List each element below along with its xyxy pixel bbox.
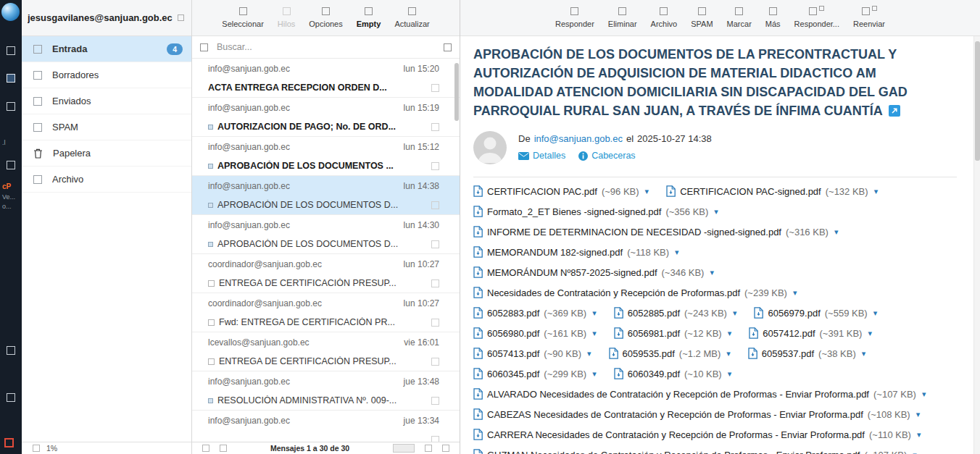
message-checkbox[interactable] xyxy=(431,436,439,442)
attachment-caret-icon[interactable]: ▾ xyxy=(873,308,878,318)
message-checkbox[interactable] xyxy=(431,319,439,327)
rail-nav-icon-4[interactable] xyxy=(7,161,15,169)
toolbar-button-opciones[interactable]: Opciones xyxy=(309,7,342,28)
toolbar-button-hilos[interactable]: Hilos xyxy=(278,7,295,28)
attachment-chip[interactable]: 6052885.pdf (~243 KB) ▾ xyxy=(614,307,737,319)
attachment-caret-icon[interactable]: ▾ xyxy=(592,308,597,318)
folder-item-papelera[interactable]: Papelera xyxy=(22,140,191,167)
attachment-caret-icon[interactable]: ▾ xyxy=(916,410,921,419)
search-options-icon[interactable] xyxy=(444,43,452,51)
attachment-caret-icon[interactable]: ▾ xyxy=(868,329,872,338)
attachment-chip[interactable]: CARRERA Necesidades de Contratación y Re… xyxy=(473,429,921,440)
rail-nav-icon-3[interactable] xyxy=(7,102,15,111)
folder-item-archivo[interactable]: Archivo xyxy=(22,167,191,193)
attachment-chip[interactable]: 6056979.pdf (~559 KB) ▾ xyxy=(754,307,877,319)
attachment-caret-icon[interactable]: ▾ xyxy=(733,308,737,318)
attachment-chip[interactable]: 6057413.pdf (~90 KB) ▾ xyxy=(473,348,591,359)
message-row[interactable]: info@sanjuan.gob.ec jue 13:34 xyxy=(192,411,460,442)
attachment-chip[interactable]: 6052883.pdf (~369 KB) ▾ xyxy=(473,307,597,319)
attachment-chip[interactable]: ALVARADO Necesidades de Contratación y R… xyxy=(473,388,926,400)
attachment-caret-icon[interactable]: ▾ xyxy=(710,268,714,277)
footer-nav-icon-1[interactable] xyxy=(202,445,209,452)
toolbar-button-marcar[interactable]: Marcar xyxy=(727,7,752,28)
message-row[interactable]: info@sanjuan.gob.ec jue 13:48 RESOLUCIÓN… xyxy=(192,371,460,411)
attachment-caret-icon[interactable]: ▾ xyxy=(874,187,879,196)
message-row[interactable]: info@sanjuan.gob.ec lun 15:12 APROBACIÓN… xyxy=(192,137,460,176)
attachment-caret-icon[interactable]: ▾ xyxy=(726,349,731,358)
attachment-caret-icon[interactable]: ▾ xyxy=(834,227,839,237)
attachment-chip[interactable]: 6059537.pdf (~38 KB) ▾ xyxy=(748,348,866,359)
message-row[interactable]: lcevallos@sanjuan.gob.ec vie 16:01 ENTRE… xyxy=(192,332,460,371)
select-all-checkbox[interactable] xyxy=(200,43,208,51)
headers-link[interactable]: Cabeceras xyxy=(578,151,635,161)
message-checkbox[interactable] xyxy=(431,279,439,287)
account-header[interactable]: jesusgavilanes@sanjuan.gob.ec xyxy=(22,0,191,36)
search-input[interactable] xyxy=(215,41,436,53)
attachment-chip[interactable]: 6056980.pdf (~161 KB) ▾ xyxy=(473,327,597,339)
message-checkbox[interactable] xyxy=(431,84,439,92)
attachment-caret-icon[interactable]: ▾ xyxy=(917,430,921,440)
attachment-caret-icon[interactable]: ▾ xyxy=(793,288,797,298)
toolbar-button-archivo[interactable]: Archivo xyxy=(651,7,678,28)
toolbar-button-responder[interactable]: Responder xyxy=(555,7,594,28)
rail-nav-icon-2[interactable] xyxy=(7,74,15,83)
footer-nav-icon-2[interactable] xyxy=(220,445,227,452)
toolbar-button-reenviar[interactable]: Reenviar xyxy=(853,7,885,28)
attachment-chip[interactable]: 6057412.pdf (~391 KB) ▾ xyxy=(749,327,872,339)
attachment-chip[interactable]: CABEZAS Necesidades de Contratación y Re… xyxy=(473,408,920,420)
rail-nav-icon-7[interactable] xyxy=(4,438,14,447)
attachment-caret-icon[interactable]: ▾ xyxy=(728,369,732,379)
attachment-chip[interactable]: Formato_2_ET Bienes -signed-signed.pdf (… xyxy=(473,206,718,217)
list-scrollbar-thumb[interactable] xyxy=(454,63,459,121)
attachment-caret-icon[interactable]: ▾ xyxy=(592,369,597,379)
toolbar-button-seleccionar[interactable]: Seleccionar xyxy=(222,7,263,28)
folder-item-enviados[interactable]: Enviados xyxy=(22,88,191,114)
message-checkbox[interactable] xyxy=(431,201,439,209)
attachment-chip[interactable]: 6060349.pdf (~10 KB) ▾ xyxy=(614,368,732,379)
message-row[interactable]: coordinador@sanjuan.gob.ec lun 10:27 ENT… xyxy=(192,254,460,293)
toolbar-button-m-s[interactable]: Más xyxy=(765,7,781,28)
attachment-chip[interactable]: 6060345.pdf (~299 KB) ▾ xyxy=(473,368,597,379)
rail-nav-icon-1[interactable] xyxy=(7,46,15,55)
attachment-chip[interactable]: 6059535.pdf (~1.2 MB) ▾ xyxy=(609,348,731,359)
message-row[interactable]: info@sanjuan.gob.ec lun 14:30 APROBACIÓN… xyxy=(192,215,460,254)
attachment-chip[interactable]: MEMORANDUM 182-signed.pdf (~118 KB) ▾ xyxy=(473,246,679,258)
attachment-chip[interactable]: INFORME DE DETERMINACION DE NECESIDAD -s… xyxy=(473,226,838,237)
attachment-caret-icon[interactable]: ▾ xyxy=(714,207,718,217)
sender-email-link[interactable]: info@sanjuan.gob.ec xyxy=(534,133,623,144)
attachment-chip[interactable]: 6056981.pdf (~12 KB) ▾ xyxy=(614,327,732,339)
attachment-caret-icon[interactable]: ▾ xyxy=(913,450,917,454)
attachment-chip[interactable]: MEMORÁNDUM Nº857-2025-signed.pdf (~346 K… xyxy=(473,266,714,278)
message-checkbox[interactable] xyxy=(431,358,439,366)
open-in-window-icon[interactable] xyxy=(889,103,900,122)
toolbar-button-actualizar[interactable]: Actualizar xyxy=(394,7,429,28)
folder-item-entrada[interactable]: Entrada 4 xyxy=(22,36,191,62)
folder-item-borradores[interactable]: Borradores xyxy=(22,62,191,88)
attachment-caret-icon[interactable]: ▾ xyxy=(645,187,649,196)
message-checkbox[interactable] xyxy=(431,123,439,131)
attachment-caret-icon[interactable]: ▾ xyxy=(922,390,926,399)
message-checkbox[interactable] xyxy=(431,397,439,405)
message-row[interactable]: info@sanjuan.gob.ec lun 14:38 APROBACIÓN… xyxy=(192,176,460,215)
reader-scrollbar-thumb[interactable] xyxy=(975,41,980,161)
account-menu-icon[interactable] xyxy=(178,14,184,21)
message-checkbox[interactable] xyxy=(431,240,439,248)
toolbar-button-responder[interactable]: Responder... xyxy=(794,7,839,28)
footer-nav-icon-4[interactable] xyxy=(442,445,449,452)
folder-item-spam[interactable]: SPAM xyxy=(22,114,191,140)
page-size-input[interactable] xyxy=(393,444,415,453)
attachment-caret-icon[interactable]: ▾ xyxy=(587,349,591,358)
details-link[interactable]: Detalles xyxy=(518,151,565,161)
attachment-chip[interactable]: CERTIFICACION PAC.pdf (~96 KB) ▾ xyxy=(473,185,649,197)
attachment-chip[interactable]: CERTIFICACION PAC-signed.pdf (~132 KB) ▾ xyxy=(666,185,878,197)
rail-nav-icon-6[interactable] xyxy=(7,393,15,402)
rail-nav-icon-5[interactable] xyxy=(7,346,15,355)
footer-nav-icon-3[interactable] xyxy=(425,445,432,452)
message-checkbox[interactable] xyxy=(431,162,439,170)
attachment-chip[interactable]: Necesidades de Contratación y Recepción … xyxy=(473,287,797,298)
message-row[interactable]: info@sanjuan.gob.ec lun 15:20 ACTA ENTRE… xyxy=(192,59,460,98)
toolbar-button-empty[interactable]: Empty xyxy=(357,7,381,28)
attachment-caret-icon[interactable]: ▾ xyxy=(592,329,597,338)
attachment-chip[interactable]: GUZMAN Necesidades de Contratación y Rec… xyxy=(473,449,917,454)
attachment-caret-icon[interactable]: ▾ xyxy=(675,248,679,257)
